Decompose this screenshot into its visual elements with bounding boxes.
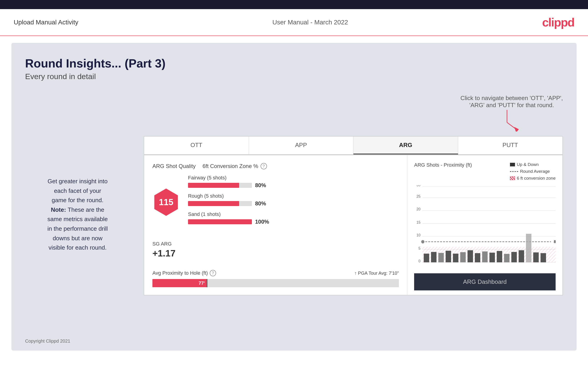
hexagon-score: 115	[152, 189, 180, 216]
proximity-value: 77'	[199, 281, 205, 286]
svg-rect-23	[431, 252, 436, 262]
tab-putt[interactable]: PUTT	[458, 137, 563, 154]
chart-area: 0 5 10 15 20 25 30	[414, 185, 556, 270]
svg-rect-31	[489, 253, 495, 262]
content-area: Get greater insight intoeach facet of yo…	[25, 95, 563, 295]
svg-rect-25	[446, 251, 451, 262]
svg-text:20: 20	[416, 207, 421, 211]
bar-fill-fairway	[188, 183, 239, 188]
bar-track-sand	[188, 219, 252, 224]
svg-rect-30	[482, 251, 488, 262]
header: Upload Manual Activity User Manual - Mar…	[0, 9, 588, 36]
annotation-note-bold: Note:	[51, 206, 68, 213]
proximity-title-text: Avg Proximity to Hole (ft)	[152, 270, 208, 276]
shot-row-rough-label: Rough (5 shots)	[188, 193, 399, 199]
widget-left: ARG Shot Quality 6ft Conversion Zone % ?…	[144, 155, 407, 295]
right-panel: Click to navigate between 'OTT', 'APP','…	[144, 95, 563, 295]
svg-rect-28	[467, 250, 473, 262]
shot-quality-rows: Fairway (5 shots) 80% Rough	[188, 175, 399, 230]
legend-label-avg: Round Average	[520, 169, 550, 174]
proximity-avg: ↑ PGA Tour Avg: 7'10"	[354, 271, 399, 276]
bar-track-fairway	[188, 183, 252, 188]
main-content: Round Insights... (Part 3) Every round i…	[11, 43, 577, 350]
legend-label-6ft: 6 ft conversion zone	[517, 176, 556, 181]
chart-title: ARG Shots - Proximity (ft)	[414, 162, 472, 168]
hex-container: 115 Fairway (5 shots) 80%	[152, 175, 399, 230]
nav-arrow	[502, 109, 521, 132]
tab-ott[interactable]: OTT	[144, 137, 249, 154]
legend-square-updown	[510, 163, 515, 167]
section-spacer: 6ft Conversion Zone %	[202, 163, 258, 169]
shot-row-sand-bar: 100%	[188, 219, 399, 225]
shot-row-sand: Sand (1 shots) 100%	[188, 211, 399, 225]
chart-svg: 0 5 10 15 20 25 30	[414, 185, 556, 263]
proximity-header: Avg Proximity to Hole (ft) ? ↑ PGA Tour …	[152, 270, 399, 276]
svg-text:30: 30	[416, 185, 421, 187]
hexagon-value: 115	[159, 197, 173, 207]
left-panel: Get greater insight intoeach facet of yo…	[25, 95, 130, 295]
svg-rect-29	[475, 253, 480, 262]
bar-pct-sand: 100%	[255, 219, 269, 225]
chart-header: ARG Shots - Proximity (ft) Up & Down Rou…	[414, 162, 556, 181]
shot-row-fairway-label: Fairway (5 shots)	[188, 175, 399, 181]
annotation-text: Get greater insight intoeach facet of yo…	[25, 177, 130, 253]
widget-right: ARG Shots - Proximity (ft) Up & Down Rou…	[407, 155, 562, 295]
proximity-bar-track: 77'	[152, 279, 399, 287]
legend-hatched-6ft	[510, 176, 515, 180]
svg-rect-34	[511, 252, 517, 262]
svg-text:8: 8	[554, 239, 556, 244]
svg-rect-33	[504, 254, 510, 262]
proximity-bar-fill: 77'	[152, 279, 207, 287]
proximity-marker	[207, 279, 208, 287]
legend-label-updown: Up & Down	[517, 162, 539, 167]
widget-panel: ARG Shot Quality 6ft Conversion Zone % ?…	[144, 155, 563, 295]
page-subtitle: Every round in detail	[25, 72, 563, 81]
svg-rect-37	[533, 252, 539, 262]
tab-arg[interactable]: ARG	[354, 137, 458, 154]
arg-dashboard-button[interactable]: ARG Dashboard	[414, 273, 556, 290]
bar-track-rough	[188, 201, 252, 206]
sg-label: SG ARG	[152, 241, 399, 247]
top-bar	[0, 0, 588, 9]
page-title: Round Insights... (Part 3)	[25, 57, 563, 70]
shot-row-rough-bar: 80%	[188, 200, 399, 207]
svg-text:25: 25	[416, 194, 421, 199]
sg-section: SG ARG +1.17	[152, 236, 399, 259]
svg-rect-35	[519, 250, 524, 262]
proximity-help-icon[interactable]: ?	[210, 270, 216, 276]
svg-rect-26	[453, 254, 458, 262]
clippd-logo: clippd	[542, 16, 574, 29]
widget-section-title: ARG Shot Quality 6ft Conversion Zone % ?	[152, 163, 399, 169]
upload-label: Upload Manual Activity	[14, 19, 78, 26]
legend-item-updown: Up & Down	[510, 162, 556, 167]
svg-rect-38	[541, 253, 546, 262]
svg-rect-24	[438, 253, 444, 262]
tab-app[interactable]: APP	[249, 137, 354, 154]
bar-pct-rough: 80%	[255, 200, 269, 207]
arg-shot-quality-label: ARG Shot Quality	[152, 163, 196, 169]
legend-item-6ft: 6 ft conversion zone	[510, 176, 556, 181]
nav-hint-text: Click to navigate between 'OTT', 'APP','…	[460, 95, 563, 109]
bar-fill-rough	[188, 201, 239, 206]
svg-marker-2	[514, 127, 519, 132]
manual-label: User Manual - March 2022	[272, 19, 348, 26]
logo-area: clippd	[542, 16, 574, 29]
bar-pct-fairway: 80%	[255, 182, 269, 189]
bar-fill-sand	[188, 219, 252, 224]
svg-text:10: 10	[416, 233, 421, 237]
svg-text:15: 15	[416, 220, 421, 224]
shot-row-fairway-bar: 80%	[188, 182, 399, 189]
nav-hint-box: Click to navigate between 'OTT', 'APP','…	[460, 95, 563, 132]
sg-value: +1.17	[152, 248, 399, 259]
svg-text:5: 5	[418, 246, 421, 250]
svg-rect-27	[460, 252, 466, 262]
proximity-section: Avg Proximity to Hole (ft) ? ↑ PGA Tour …	[152, 265, 399, 287]
help-icon[interactable]: ?	[260, 163, 267, 169]
nav-hint-area: Click to navigate between 'OTT', 'APP','…	[144, 95, 563, 132]
svg-rect-32	[497, 251, 502, 262]
svg-rect-22	[424, 254, 429, 262]
chart-legend: Up & Down Round Average 6 ft conversion …	[510, 162, 556, 181]
legend-item-avg: Round Average	[510, 169, 556, 174]
annotation-line1: Get greater insight intoeach facet of yo…	[47, 178, 107, 204]
tabs-container: OTT APP ARG PUTT	[144, 136, 563, 155]
